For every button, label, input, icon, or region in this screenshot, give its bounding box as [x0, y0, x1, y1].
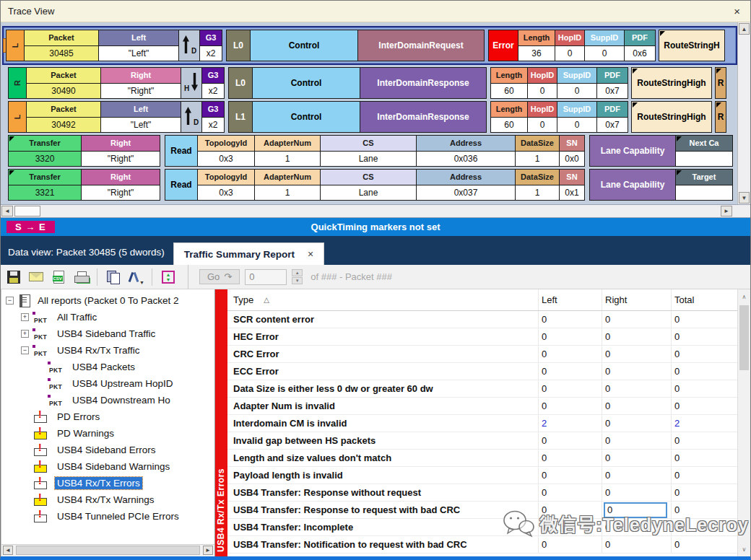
expand-view-button[interactable] [160, 268, 177, 286]
scroll-down-icon[interactable]: ▼ [739, 192, 750, 204]
trace-row[interactable]: Transfer3320Right"Right"ReadTopologyId0x… [8, 135, 737, 167]
cell-right[interactable]: 0 [602, 363, 671, 380]
column-header-left[interactable]: Left [538, 289, 602, 310]
table-row-usb4-transfer-notification-to-request-with-bad-crc[interactable]: USB4 Transfer: Notification to request w… [227, 536, 737, 554]
spin-up-icon[interactable]: ▲ [292, 269, 303, 276]
field-packet[interactable]: Packet30490 [26, 67, 101, 99]
cell-right[interactable]: 0 [602, 432, 671, 449]
field-pdf[interactable]: PDF0x7 [596, 67, 628, 99]
field-sn[interactable]: SN0x0 [559, 135, 585, 167]
scroll-down-icon[interactable]: ∨ [739, 543, 750, 555]
scroll-left-icon[interactable]: ◄ [3, 546, 13, 555]
cell-right[interactable]: 0 [602, 467, 671, 484]
table-row-ecc-error[interactable]: ECC Error000 [227, 363, 737, 380]
cell-total[interactable]: 0 [671, 467, 737, 484]
field-target[interactable]: Target [675, 169, 733, 201]
collapse-icon[interactable]: − [6, 297, 14, 305]
cell-left[interactable]: 0 [538, 519, 602, 535]
cell-total[interactable]: 0 [671, 484, 737, 501]
field-transfer[interactable]: Transfer3320 [8, 135, 82, 167]
cell-right[interactable]: 0 [602, 502, 671, 518]
scrollbar-thumb[interactable] [739, 305, 749, 370]
trace-horizontal-scrollbar[interactable]: ◄ ► [1, 205, 750, 218]
field-r[interactable]: R [715, 67, 726, 99]
field-length[interactable]: Length60 [490, 67, 528, 99]
cell-right[interactable]: 0 [602, 415, 671, 432]
spin-down-icon[interactable]: ▼ [292, 277, 303, 284]
scroll-left-icon[interactable]: ◄ [1, 206, 13, 216]
field-cs[interactable]: CSLane [320, 135, 417, 167]
lane-tab[interactable]: R [8, 67, 27, 99]
cell-right[interactable]: 0 [602, 484, 671, 501]
cell-total[interactable]: 0 [671, 450, 737, 466]
field-address[interactable]: Address0x037 [416, 169, 516, 201]
table-row-scr-content-error[interactable]: SCR content error000 [227, 311, 737, 328]
field-topologyid[interactable]: TopologyId0x3 [197, 169, 255, 201]
field-left[interactable]: Left"Left" [100, 101, 181, 133]
field-l0[interactable]: L0 [228, 67, 253, 99]
tree-item-usb4-rx-tx-traffic[interactable]: −USB4 Rx/Tx Traffic [4, 342, 214, 359]
table-row-crc-error[interactable]: CRC Error000 [227, 346, 737, 363]
email-button[interactable] [27, 268, 45, 286]
side-tab-usb4-rxtx-errors[interactable]: USB4 Rx/Tx Errors [215, 289, 227, 556]
cell-total[interactable]: 0 [671, 398, 737, 414]
table-row-usb4-transfer-response-without-request[interactable]: USB4 Transfer: Response without request0… [227, 484, 737, 502]
tree-item-usb4-packets[interactable]: USB4 Packets [4, 359, 214, 375]
trace-row[interactable]: RPacket30490Right"Right"HG3x2L0ControlIn… [8, 67, 737, 99]
field-datasize[interactable]: DataSize1 [515, 135, 560, 167]
field-control[interactable]: Control [252, 67, 360, 99]
go-packet-input[interactable] [245, 269, 287, 285]
field-packet[interactable]: Packet30485 [24, 30, 99, 61]
cell-total[interactable]: 0 [671, 311, 737, 328]
trace-row[interactable]: LPacket30485Left"Left"DG3x2L0ControlInte… [6, 30, 736, 61]
cell-total[interactable]: 0 [671, 346, 737, 362]
cell-left[interactable]: 0 [538, 363, 602, 380]
cell-left[interactable]: 0 [538, 398, 602, 414]
field-left[interactable]: Left"Left" [98, 30, 179, 61]
table-row-hec-error[interactable]: HEC Error000 [227, 328, 737, 346]
table-row-invalid-gap-between-hs-packets[interactable]: Invalid gap between HS packets000 [227, 432, 737, 450]
tab-traffic-summary-report[interactable]: Traffic Summary Report × [173, 242, 324, 265]
field-control[interactable]: Control [250, 30, 358, 61]
field-routestringhigh[interactable]: RouteStringHigh [631, 101, 712, 133]
print-button[interactable] [72, 268, 90, 286]
field-r[interactable]: R [715, 101, 726, 133]
tree-item-usb4-upstream-hopid[interactable]: USB4 Upstream HopID [4, 375, 214, 392]
table-row-usb4-transfer-response-to-request-with-bad-crc[interactable]: USB4 Transfer: Response to request with … [227, 502, 737, 519]
cell-total[interactable]: 0 [671, 536, 737, 553]
field-cs[interactable]: CSLane [320, 169, 417, 201]
field-hopid[interactable]: HopID0 [527, 67, 557, 99]
lane-tab[interactable]: L [8, 101, 27, 133]
field-g3[interactable]: G3x2 [201, 101, 225, 133]
cell-left[interactable]: 2 [538, 415, 602, 432]
column-header-type[interactable]: Type△ [227, 294, 538, 305]
go-button[interactable]: Go ↷ [199, 269, 240, 284]
tree-item-usb4-tunneled-pcie-errors[interactable]: USB4 Tunneled PCIe Errors [4, 508, 214, 525]
column-header-right[interactable]: Right [602, 289, 671, 310]
field-packet[interactable]: Packet30492 [26, 101, 101, 133]
field-suppid[interactable]: SuppID0 [584, 30, 625, 61]
cell-left[interactable]: 0 [538, 380, 602, 397]
table-row-usb4-transfer-incomplete[interactable]: USB4 Transfer: Incomplete000 [227, 519, 737, 536]
field-right[interactable]: Right"Right" [81, 135, 160, 167]
cell-left[interactable]: 0 [538, 484, 602, 501]
field-adapternum[interactable]: AdapterNum1 [254, 135, 321, 167]
cell-left[interactable]: 0 [538, 311, 602, 328]
selected-cell-input[interactable]: 0 [604, 502, 667, 518]
tree-horizontal-scrollbar[interactable]: ◄ ► [1, 544, 214, 556]
copy-button[interactable] [105, 268, 122, 286]
tree-item-usb4-sideband-traffic[interactable]: +USB4 Sideband Traffic [4, 325, 214, 342]
cell-right[interactable]: 0 [602, 450, 671, 466]
field-sn[interactable]: SN0x1 [559, 169, 585, 201]
cell-right[interactable]: 0 [602, 328, 671, 345]
scroll-right-icon[interactable]: ► [203, 546, 213, 555]
field-routestringh[interactable]: RouteStringH [659, 30, 725, 61]
table-row-payload-length-is-invalid[interactable]: Payload length is invalid000 [227, 467, 737, 484]
go-spinner[interactable]: ▲ ▼ [292, 269, 303, 284]
field-g3[interactable]: G3x2 [201, 67, 225, 99]
field-hopid[interactable]: HopID0 [527, 101, 557, 133]
table-row-length-and-size-values-don-t-match[interactable]: Length and size values don't match000 [227, 450, 737, 467]
field-cell[interactable]: H [181, 67, 202, 99]
scroll-up-icon[interactable]: ∧ [739, 291, 750, 302]
field-interdomainresponse[interactable]: InterDomainResponse [360, 67, 487, 99]
